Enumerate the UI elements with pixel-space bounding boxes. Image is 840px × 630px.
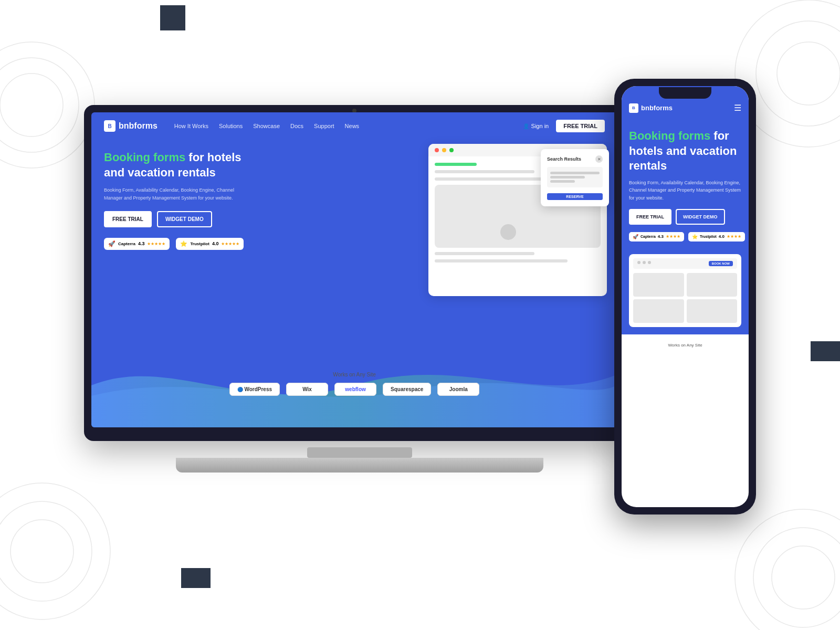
phone-free-trial-button[interactable]: FREE TRIAL [629,209,671,225]
phone-widget-demo-button[interactable]: WIDGET DEMO [676,209,725,225]
svg-point-8 [10,520,74,583]
phone-mock-cell-1 [633,273,684,297]
svg-point-2 [0,74,63,136]
nav-link-docs[interactable]: Docs [290,123,303,129]
phone-book-now-button[interactable]: BOOK NOW [709,261,733,266]
phone-capterra-label: Capterra [640,235,656,238]
nav-link-showcase[interactable]: Showcase [253,123,280,129]
phone-mock-cell-4 [687,299,738,323]
phone-hero-title: Booking forms for hotels and vacation re… [629,129,741,174]
phone-title-highlight: Booking forms [629,129,710,142]
laptop-base [176,458,543,472]
phone-ratings: 🚀 Capterra 4.3 ★★★★ ⭐ Trustpilot 4.0 ★★★… [629,232,741,242]
svg-point-4 [756,21,840,126]
capterra-score: 4.3 [138,241,145,246]
capterra-label: Capterra [118,242,135,246]
laptop-device: B bnbforms How It Works Solutions Showca… [84,105,635,472]
phone-dot-1 [637,261,640,264]
phone-mock-grid [633,273,737,323]
svg-point-11 [772,546,835,609]
decorative-square-right [811,341,840,361]
window-dot-green [449,148,454,152]
trustpilot-stars: ★★★★★ [221,242,239,246]
phone-dot-3 [648,261,651,264]
laptop-capterra-badge: 🚀 Capterra 4.3 ★★★★★ [104,238,170,250]
svg-point-1 [0,58,79,152]
works-on-any-site-label: Works on Any Site [202,372,507,377]
mock-bar-medium-2 [435,259,568,262]
phone-screen: B bnbforms ☰ Booking forms for hotels an… [622,86,749,507]
mock-person [500,224,516,240]
platform-wix: Wix [286,383,328,396]
phone-works-label: Works on Any Site [626,339,744,352]
decorative-square-bottom [181,568,211,588]
search-results-reserve-button[interactable]: RESERVE [547,193,603,200]
laptop-search-results-overlay: Search Results ✕ RESERVE [541,149,609,206]
laptop-trustpilot-badge: ⭐ Trustpilot 4.0 ★★★★★ [176,238,244,250]
scene: B bnbforms How It Works Solutions Showca… [84,79,756,551]
search-results-header: Search Results ✕ [547,155,603,163]
search-results-title: Search Results [547,156,581,162]
laptop-signin[interactable]: 👤 Sign in [523,123,549,129]
mock-bar-short-2 [435,252,534,255]
mock-cell-1 [500,193,516,219]
phone-dot-2 [643,261,646,264]
nav-link-news[interactable]: News [345,123,360,129]
nav-link-support[interactable]: Support [314,123,334,129]
platform-wordpress: 🔵 WordPress [229,383,280,396]
laptop-hero-title-highlight: Booking forms [104,151,185,164]
platforms-list: 🔵 WordPress Wix webflow Squarespace Joo [202,383,507,396]
sr-bar-1 [550,172,600,174]
phone-device: B bnbforms ☰ Booking forms for hotels an… [614,79,756,514]
mock-bar-accent [435,163,477,166]
phone-logo: B bnbforms [629,103,673,113]
svg-point-0 [0,42,94,168]
phone-mock-cell-2 [687,273,738,297]
phone-demo-inner: BOOK NOW [629,254,741,327]
laptop-nav-right: 👤 Sign in FREE TRIAL [523,120,605,132]
phone-capterra-score: 4.3 [658,234,664,239]
platform-joomla: Joomla [437,383,479,396]
laptop-navbar: B bnbforms How It Works Solutions Showca… [91,112,617,140]
phone-trustpilot-label: Trustpilot [700,235,717,238]
trustpilot-score: 4.0 [212,241,219,246]
phone-hamburger-icon[interactable]: ☰ [734,103,741,113]
phone-works-section: Works on Any Site [622,334,749,356]
search-result-item [547,167,603,187]
laptop-hero-title: Booking forms for hotels and vacation re… [104,150,251,180]
phone-trustpilot-badge: ⭐ Trustpilot 4.0 ★★★★ [688,232,745,242]
svg-point-10 [753,528,840,627]
phone-body: B bnbforms ☰ Booking forms for hotels an… [614,79,756,514]
nav-link-how[interactable]: How It Works [174,123,208,129]
svg-point-7 [0,501,92,601]
laptop-nav-links: How It Works Solutions Showcase Docs Sup… [174,123,359,129]
phone-demo-section: BOOK NOW [622,254,749,334]
laptop-ratings: 🚀 Capterra 4.3 ★★★★★ ⭐ Trustpilot 4.0 ★★… [104,238,251,250]
window-dot-red [435,148,439,152]
laptop-stand [307,447,412,458]
trustpilot-label: Trustpilot [190,242,209,246]
phone-hero: Booking forms for hotels and vacation re… [622,120,749,254]
laptop-logo: B bnbforms [104,120,158,132]
nav-link-solutions[interactable]: Solutions [219,123,243,129]
laptop-screen-outer: B bnbforms How It Works Solutions Showca… [84,105,625,441]
phone-capterra-stars: ★★★★ [666,234,680,239]
laptop-nav-trial-button[interactable]: FREE TRIAL [556,120,605,132]
laptop-hero-desc: Booking Form, Availability Calendar, Boo… [104,186,251,202]
mock-bar-short [435,170,534,173]
decorative-square-top [160,5,185,30]
laptop-works-section: Works on Any Site 🔵 WordPress Wix webflo… [202,372,507,396]
laptop-hero-buttons: FREE TRIAL WIDGET DEMO [104,211,251,227]
window-dot-yellow [442,148,446,152]
laptop-free-trial-button[interactable]: FREE TRIAL [104,211,152,227]
phone-trustpilot-score: 4.0 [719,234,724,239]
search-results-close[interactable]: ✕ [595,155,603,163]
laptop-logo-text: bnbforms [119,121,158,131]
phone-hero-buttons: FREE TRIAL WIDGET DEMO [629,209,741,225]
laptop-widget-demo-button[interactable]: WIDGET DEMO [157,211,212,227]
phone-capterra-badge: 🚀 Capterra 4.3 ★★★★ [629,232,684,242]
phone-notch [659,87,711,99]
laptop-hero-left: Booking forms for hotels and vacation re… [104,150,251,250]
laptop-screen: B bnbforms How It Works Solutions Showca… [91,112,617,427]
phone-hero-desc: Booking Form, Availability Calendar, Boo… [629,179,741,202]
